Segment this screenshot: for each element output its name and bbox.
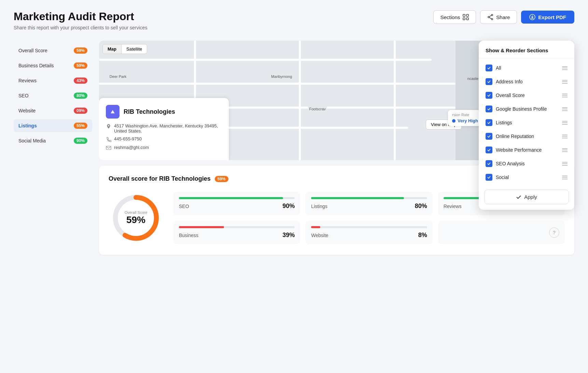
svg-line-8 xyxy=(489,17,491,19)
drag-handle[interactable] xyxy=(562,121,568,125)
drag-handle[interactable] xyxy=(562,148,568,152)
map-controls: Map Satellite xyxy=(102,44,147,54)
score-item-pct: 90% xyxy=(282,203,295,210)
sidebar-item-label: Business Details xyxy=(18,63,54,68)
grid-icon xyxy=(463,14,469,20)
dropdown-item-left: Address Info xyxy=(486,78,523,85)
business-logo xyxy=(106,105,120,119)
listings-badge: 55% xyxy=(74,123,87,129)
map-tab-satellite[interactable]: Satellite xyxy=(122,44,147,54)
share-button[interactable]: Share xyxy=(480,10,517,24)
reviews-badge: 43% xyxy=(74,78,87,84)
sidebar-item-label: Social Media xyxy=(18,138,46,143)
dropdown-item-name: Google Business Profile xyxy=(496,106,547,112)
score-item-name: Listings xyxy=(311,204,327,209)
export-button[interactable]: Export PDF xyxy=(521,11,574,24)
apply-button[interactable]: Apply xyxy=(484,190,569,204)
dropdown-title: Show & Reorder Sections xyxy=(479,47,574,58)
drag-line xyxy=(562,97,568,97)
checkbox-listings xyxy=(486,119,492,126)
dropdown-item-address-info[interactable]: Address Info xyxy=(479,75,574,88)
drag-handle[interactable] xyxy=(562,162,568,166)
check-apply-icon xyxy=(516,194,521,200)
drag-line xyxy=(562,135,568,135)
svg-point-5 xyxy=(488,16,489,18)
drag-handle[interactable] xyxy=(562,107,568,111)
dropdown-item-left: Website Performance xyxy=(486,147,542,153)
dropdown-item-left: Overall Score xyxy=(486,92,525,99)
dropdown-item-name: Address Info xyxy=(496,79,523,84)
drag-handle[interactable] xyxy=(562,66,568,70)
drag-line xyxy=(562,151,568,152)
drag-line xyxy=(562,121,568,122)
dropdown-item-listings[interactable]: Listings xyxy=(479,116,574,129)
drag-line xyxy=(562,179,568,179)
sidebar-item-business-details[interactable]: Business Details 59% xyxy=(14,59,92,72)
checkbox-seo-analysis xyxy=(486,160,492,167)
score-item-footer: Website 8% xyxy=(311,232,427,239)
main-content: Overall Score 59% Business Details 59% R… xyxy=(14,41,574,255)
download-icon xyxy=(529,14,535,20)
road xyxy=(299,41,301,160)
sidebar-item-listings[interactable]: Listings 55% xyxy=(14,119,92,132)
drag-handle[interactable] xyxy=(562,176,568,179)
dropdown-item-overall-score[interactable]: Overall Score xyxy=(479,88,574,102)
page-wrapper: Marketing Audit Report Share this report… xyxy=(0,0,588,373)
drag-line xyxy=(562,80,568,81)
dropdown-item-all[interactable]: All xyxy=(479,61,574,75)
dropdown-item-social[interactable]: Social xyxy=(479,170,574,184)
donut-chart: Overall Score 59% xyxy=(109,191,163,245)
drag-line xyxy=(562,95,568,96)
dropdown-item-gbp[interactable]: Google Business Profile xyxy=(479,102,574,116)
drag-handle[interactable] xyxy=(562,94,568,97)
drag-line xyxy=(562,138,568,138)
sidebar-item-website[interactable]: Website 09% xyxy=(14,104,92,117)
drag-handle[interactable] xyxy=(562,80,568,84)
conversion-rate-card: rsion Rate Very High xyxy=(448,110,482,126)
drag-line xyxy=(562,107,568,108)
road xyxy=(394,41,396,160)
dropdown-item-left: Social xyxy=(486,174,509,181)
very-high-badge: Very High xyxy=(452,118,478,123)
sections-label: Sections xyxy=(440,14,460,20)
help-icon[interactable]: ? xyxy=(549,227,559,238)
score-item-website: Website 8% xyxy=(306,221,432,244)
dropdown-item-left: Google Business Profile xyxy=(486,106,547,112)
sidebar-item-label: Reviews xyxy=(18,78,37,83)
dropdown-item-name: Social xyxy=(496,175,509,180)
social-media-badge: 90% xyxy=(74,138,87,144)
sidebar-item-label: Website xyxy=(18,108,36,113)
sidebar-item-label: Listings xyxy=(18,123,37,128)
score-bar xyxy=(311,226,320,228)
share-label: Share xyxy=(496,14,510,20)
check-icon xyxy=(487,121,491,125)
page-title: Marketing Audit Report xyxy=(14,10,147,23)
sidebar-item-overall-score[interactable]: Overall Score 59% xyxy=(14,44,92,57)
sections-button[interactable]: Sections xyxy=(433,10,476,24)
dropdown-item-left: Online Reputation xyxy=(486,133,534,140)
dropdown-item-seo-analysis[interactable]: SEO Analysis xyxy=(479,157,574,170)
score-bar-container xyxy=(179,197,295,199)
dropdown-item-name: All xyxy=(496,65,501,71)
seo-badge: 80% xyxy=(74,93,87,99)
score-bar-container xyxy=(311,197,427,199)
score-item-help: ? xyxy=(438,221,565,244)
svg-point-6 xyxy=(491,18,493,20)
address-text: 4517 Washington Ave. Manchester, Kentuck… xyxy=(114,123,222,134)
dropdown-item-name: Listings xyxy=(496,120,512,125)
business-card: RIB Technologies 4517 Washington Ave. Ma… xyxy=(99,98,229,160)
dropdown-item-name: Online Reputation xyxy=(496,134,534,139)
check-icon xyxy=(487,93,491,97)
sidebar-item-reviews[interactable]: Reviews 43% xyxy=(14,74,92,87)
svg-line-7 xyxy=(489,15,491,17)
donut-score: 59% xyxy=(126,215,145,225)
dropdown-items: All xyxy=(479,58,574,187)
dropdown-item-website-performance[interactable]: Website Performance xyxy=(479,143,574,157)
sections-dropdown-panel: Show & Reorder Sections All xyxy=(479,41,574,210)
sidebar-item-seo[interactable]: SEO 80% xyxy=(14,89,92,102)
sidebar-item-social-media[interactable]: Social Media 90% xyxy=(14,134,92,147)
drag-line xyxy=(562,69,568,70)
map-tab-map[interactable]: Map xyxy=(102,44,122,54)
dropdown-item-online-reputation[interactable]: Online Reputation xyxy=(479,129,574,143)
drag-handle[interactable] xyxy=(562,135,568,138)
